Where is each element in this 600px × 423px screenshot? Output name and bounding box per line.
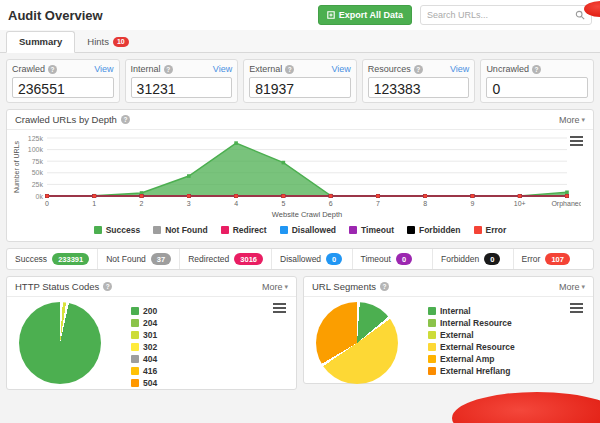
svg-text:75k: 75k bbox=[32, 158, 44, 165]
http-status-codes-panel: HTTP Status Codes? More▾ 200204301302404… bbox=[6, 276, 297, 390]
svg-text:0: 0 bbox=[45, 200, 49, 207]
legend-item[interactable]: External bbox=[428, 330, 515, 340]
stat-cards-row: Crawled?View 236551 Internal?View 31231 … bbox=[6, 59, 594, 103]
export-all-data-button[interactable]: Export All Data bbox=[318, 5, 412, 25]
legend-item[interactable]: Redirect bbox=[221, 225, 267, 235]
svg-text:25k: 25k bbox=[32, 181, 44, 188]
legend-item[interactable]: 302 bbox=[131, 342, 157, 352]
legend-swatch bbox=[428, 355, 436, 363]
legend-item[interactable]: 504 bbox=[131, 378, 157, 388]
help-icon[interactable]: ? bbox=[380, 282, 389, 291]
http-status-title: HTTP Status Codes bbox=[15, 281, 99, 292]
legend-swatch bbox=[428, 307, 436, 315]
legend-item[interactable]: Timeout bbox=[349, 225, 394, 235]
legend-label: 302 bbox=[143, 342, 157, 352]
help-icon[interactable]: ? bbox=[532, 65, 541, 74]
status-cell-not-found: Not Found37 bbox=[98, 249, 180, 269]
status-cell-timeout: Timeout0 bbox=[353, 249, 434, 269]
card-internal: Internal?View 31231 bbox=[125, 59, 239, 103]
crawl-depth-panel: Crawled URLs by Depth? More▾ 0k25k50k75k… bbox=[6, 109, 594, 242]
legend-label: 416 bbox=[143, 366, 157, 376]
legend-item[interactable]: Internal Resource bbox=[428, 318, 515, 328]
legend-item[interactable]: Forbidden bbox=[407, 225, 461, 235]
status-cell-error: Error107 bbox=[514, 249, 594, 269]
legend-item[interactable]: 404 bbox=[131, 354, 157, 364]
legend-label: External Amp bbox=[440, 354, 494, 364]
help-icon[interactable]: ? bbox=[103, 282, 112, 291]
legend-swatch bbox=[428, 331, 436, 339]
crawl-depth-chart-area: 0k25k50k75k100k125k012345678910+Orphaned… bbox=[7, 130, 593, 241]
export-icon bbox=[327, 11, 335, 19]
view-external-link[interactable]: View bbox=[331, 64, 350, 74]
help-icon[interactable]: ? bbox=[121, 115, 130, 124]
card-crawled-value: 236551 bbox=[12, 77, 114, 98]
legend-swatch bbox=[131, 343, 139, 351]
url-segments-chart-area: InternalInternal ResourceExternalExterna… bbox=[304, 297, 593, 383]
legend-label: Disallowed bbox=[292, 225, 336, 235]
card-crawled: Crawled?View 236551 bbox=[6, 59, 120, 103]
crawl-depth-panel-header: Crawled URLs by Depth? More▾ bbox=[7, 110, 593, 130]
svg-text:100k: 100k bbox=[28, 146, 44, 153]
card-resources: Resources?View 123383 bbox=[362, 59, 476, 103]
status-count-pill: 37 bbox=[151, 253, 171, 265]
legend-swatch bbox=[474, 226, 482, 234]
legend-item[interactable]: 204 bbox=[131, 318, 157, 328]
legend-swatch bbox=[407, 226, 415, 234]
url-segments-title: URL Segments bbox=[312, 281, 376, 292]
legend-label: 504 bbox=[143, 378, 157, 388]
card-external-label: External bbox=[249, 64, 282, 74]
legend-label: 404 bbox=[143, 354, 157, 364]
url-segments-more-link[interactable]: More▾ bbox=[559, 282, 585, 292]
more-label: More bbox=[559, 115, 580, 125]
view-internal-link[interactable]: View bbox=[213, 64, 232, 74]
search-input[interactable] bbox=[427, 10, 575, 20]
tab-summary-label: Summary bbox=[19, 36, 62, 47]
card-resources-value: 123383 bbox=[368, 77, 470, 98]
http-status-pie-chart bbox=[19, 302, 101, 384]
tab-summary[interactable]: Summary bbox=[6, 31, 75, 53]
legend-item[interactable]: Internal bbox=[428, 306, 515, 316]
http-status-panel-header: HTTP Status Codes? More▾ bbox=[7, 277, 296, 297]
view-resources-link[interactable]: View bbox=[450, 64, 469, 74]
crawl-depth-more-link[interactable]: More▾ bbox=[559, 115, 585, 125]
help-icon[interactable]: ? bbox=[48, 65, 57, 74]
legend-item[interactable]: External Amp bbox=[428, 354, 515, 364]
legend-item[interactable]: External Resource bbox=[428, 342, 515, 352]
help-icon[interactable]: ? bbox=[164, 65, 173, 74]
status-label: Forbidden bbox=[441, 254, 479, 264]
svg-text:5: 5 bbox=[281, 200, 285, 207]
http-status-more-link[interactable]: More▾ bbox=[262, 282, 288, 292]
legend-item[interactable]: Disallowed bbox=[280, 225, 336, 235]
tab-bar: Summary Hints 10 bbox=[0, 30, 600, 53]
chart-menu-icon[interactable] bbox=[570, 136, 583, 148]
tab-hints-label: Hints bbox=[87, 36, 109, 47]
legend-swatch bbox=[131, 307, 139, 315]
legend-item[interactable]: Success bbox=[94, 225, 141, 235]
legend-swatch bbox=[280, 226, 288, 234]
legend-item[interactable]: External Hreflang bbox=[428, 366, 515, 376]
chart-menu-icon[interactable] bbox=[273, 303, 286, 315]
tab-hints[interactable]: Hints 10 bbox=[75, 32, 140, 52]
legend-label: Timeout bbox=[361, 225, 394, 235]
legend-swatch bbox=[131, 355, 139, 363]
http-status-chart-area: 200204301302404416504 bbox=[7, 297, 296, 389]
view-crawled-link[interactable]: View bbox=[94, 64, 113, 74]
help-icon[interactable]: ? bbox=[285, 65, 294, 74]
legend-swatch bbox=[428, 319, 436, 327]
svg-text:Number of URLs: Number of URLs bbox=[13, 140, 20, 193]
help-icon[interactable]: ? bbox=[414, 65, 423, 74]
http-status-legend: 200204301302404416504 bbox=[131, 306, 157, 383]
legend-item[interactable]: 416 bbox=[131, 366, 157, 376]
url-segments-pie-chart bbox=[316, 302, 398, 384]
svg-text:125k: 125k bbox=[28, 135, 44, 142]
legend-item[interactable]: Not Found bbox=[153, 225, 207, 235]
svg-text:10+: 10+ bbox=[514, 200, 526, 207]
page-title: Audit Overview bbox=[8, 8, 103, 23]
legend-item[interactable]: Error bbox=[474, 225, 507, 235]
legend-label: Redirect bbox=[233, 225, 267, 235]
status-label: Disallowed bbox=[280, 254, 321, 264]
legend-item[interactable]: 200 bbox=[131, 306, 157, 316]
chart-menu-icon[interactable] bbox=[570, 303, 583, 315]
svg-text:3: 3 bbox=[187, 200, 191, 207]
legend-item[interactable]: 301 bbox=[131, 330, 157, 340]
